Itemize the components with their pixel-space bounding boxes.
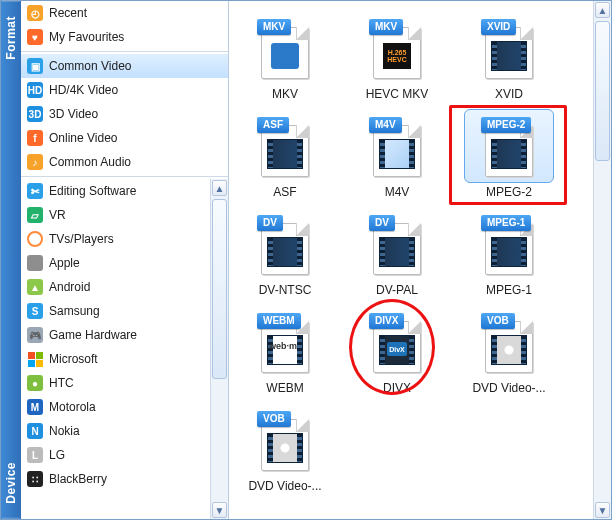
thumb: DV: [240, 207, 330, 281]
lg-icon: L: [27, 447, 43, 463]
sidebar-item-favourites[interactable]: ♥ My Favourites: [21, 25, 228, 49]
scroll-thumb[interactable]: [212, 199, 227, 379]
format-item-hevc-mkv[interactable]: H.265HEVCMKVHEVC MKV: [343, 11, 451, 101]
format-item-label: XVID: [495, 87, 523, 101]
sidebar-item-vr[interactable]: ▱ VR: [21, 203, 210, 227]
sidebar-item-label: LG: [49, 448, 65, 462]
format-item-label: HEVC MKV: [366, 87, 429, 101]
format-item-asf[interactable]: ASFASF: [231, 109, 339, 199]
format-item-label: DV-PAL: [376, 283, 418, 297]
sidebar-item-apple[interactable]: Apple: [21, 251, 210, 275]
sidebar-item-label: Android: [49, 280, 90, 294]
thumb: M4V: [352, 109, 442, 183]
sidebar-item-3d[interactable]: 3D 3D Video: [21, 102, 228, 126]
sidebar-item-recent[interactable]: ◴ Recent: [21, 1, 228, 25]
side-tab-format[interactable]: Format: [2, 1, 20, 74]
sidebar-item-common-video[interactable]: ▣ Common Video: [21, 54, 228, 78]
format-item-dvd-video-[interactable]: VOBDVD Video-...: [455, 305, 563, 395]
codec-tag: DV: [369, 215, 395, 231]
codec-tag: MPEG-1: [481, 215, 531, 231]
codec-tag: VOB: [257, 411, 291, 427]
globe-icon: f: [27, 130, 43, 146]
gamepad-icon: 🎮: [27, 327, 43, 343]
side-tab-device[interactable]: Device: [2, 448, 20, 519]
codec-tag: ASF: [257, 117, 289, 133]
codec-tag: VOB: [481, 313, 515, 329]
separator: [21, 176, 228, 177]
sidebar-item-label: My Favourites: [49, 30, 124, 44]
sidebar-item-online-video[interactable]: f Online Video: [21, 126, 228, 150]
format-item-mpeg-1[interactable]: MPEG-1MPEG-1: [455, 207, 563, 297]
format-item-mkv[interactable]: MKVMKV: [231, 11, 339, 101]
sidebar-item-label: Microsoft: [49, 352, 98, 366]
sidebar-item-label: VR: [49, 208, 66, 222]
format-item-label: WEBM: [266, 381, 303, 395]
sidebar-item-tvs-players[interactable]: TVs/Players: [21, 227, 210, 251]
format-item-label: MPEG-1: [486, 283, 532, 297]
sidebar-item-hd-4k[interactable]: HD HD/4K Video: [21, 78, 228, 102]
sidebar-item-microsoft[interactable]: Microsoft: [21, 347, 210, 371]
sidebar-item-common-audio[interactable]: ♪ Common Audio: [21, 150, 228, 174]
sidebar-item-label: HTC: [49, 376, 74, 390]
sidebar-item-label: Common Video: [49, 59, 132, 73]
sidebar-item-label: Samsung: [49, 304, 100, 318]
android-icon: ▲: [27, 279, 43, 295]
format-item-label: MKV: [272, 87, 298, 101]
format-item-webm[interactable]: web·mWEBMWEBM: [231, 305, 339, 395]
thumb: DV: [352, 207, 442, 281]
sidebar-scrollbar[interactable]: ▲ ▼: [210, 179, 228, 519]
separator: [21, 51, 228, 52]
scroll-thumb[interactable]: [595, 21, 610, 161]
heart-icon: ♥: [27, 29, 43, 45]
format-item-dv-ntsc[interactable]: DVDV-NTSC: [231, 207, 339, 297]
thumb: MPEG-2: [464, 109, 554, 183]
thumb: H.265HEVCMKV: [352, 11, 442, 85]
sidebar-top: ◴ Recent ♥ My Favourites: [21, 1, 228, 49]
scroll-down-icon[interactable]: ▼: [595, 502, 610, 518]
format-item-label: DVD Video-...: [248, 479, 321, 493]
scroll-up-icon[interactable]: ▲: [212, 180, 227, 196]
codec-tag: DV: [257, 215, 283, 231]
thumb: MPEG-1: [464, 207, 554, 281]
scissors-icon: ✄: [27, 183, 43, 199]
format-item-label: DIVX: [383, 381, 411, 395]
sidebar-item-label: BlackBerry: [49, 472, 107, 486]
sidebar-item-android[interactable]: ▲ Android: [21, 275, 210, 299]
scroll-up-icon[interactable]: ▲: [595, 2, 610, 18]
sidebar-item-motorola[interactable]: M Motorola: [21, 395, 210, 419]
format-item-dvd-video-[interactable]: VOBDVD Video-...: [231, 403, 339, 493]
format-item-divx[interactable]: DivXDIVXDIVX: [343, 305, 451, 395]
sidebar-item-nokia[interactable]: N Nokia: [21, 419, 210, 443]
sidebar-item-label: HD/4K Video: [49, 83, 118, 97]
sidebar-item-samsung[interactable]: S Samsung: [21, 299, 210, 323]
music-icon: ♪: [27, 154, 43, 170]
tv-icon: [27, 231, 43, 247]
panel-scrollbar[interactable]: ▲ ▼: [593, 1, 611, 519]
sidebar-item-label: Motorola: [49, 400, 96, 414]
sidebar-item-lg[interactable]: L LG: [21, 443, 210, 467]
format-item-dv-pal[interactable]: DVDV-PAL: [343, 207, 451, 297]
sidebar-item-label: 3D Video: [49, 107, 98, 121]
codec-tag: WEBM: [257, 313, 301, 329]
clock-icon: ◴: [27, 5, 43, 21]
sidebar-item-label: Online Video: [49, 131, 118, 145]
thumb: DivXDIVX: [352, 305, 442, 379]
samsung-icon: S: [27, 303, 43, 319]
codec-tag: M4V: [369, 117, 402, 133]
format-item-label: MPEG-2: [486, 185, 532, 199]
apple-icon: [27, 255, 43, 271]
sidebar-item-blackberry[interactable]: ∷ BlackBerry: [21, 467, 210, 491]
sidebar-item-label: Editing Software: [49, 184, 136, 198]
scroll-down-icon[interactable]: ▼: [212, 502, 227, 518]
sidebar-format-group: ▣ Common Video HD HD/4K Video 3D 3D Vide…: [21, 54, 228, 174]
sidebar-item-editing-software[interactable]: ✄ Editing Software: [21, 179, 210, 203]
sidebar-item-game-hardware[interactable]: 🎮 Game Hardware: [21, 323, 210, 347]
sidebar-item-htc[interactable]: ● HTC: [21, 371, 210, 395]
motorola-icon: M: [27, 399, 43, 415]
format-item-mpeg-2[interactable]: MPEG-2MPEG-2: [455, 109, 563, 199]
blackberry-icon: ∷: [27, 471, 43, 487]
film-icon: ▣: [27, 58, 43, 74]
format-item-xvid[interactable]: XVIDXVID: [455, 11, 563, 101]
format-item-m4v[interactable]: M4VM4V: [343, 109, 451, 199]
sidebar-item-label: Game Hardware: [49, 328, 137, 342]
